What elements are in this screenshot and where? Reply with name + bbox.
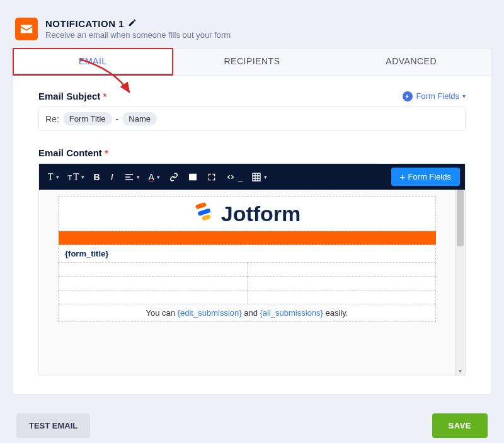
editor-scrollbar[interactable]: ▾ bbox=[455, 190, 465, 376]
envelope-icon bbox=[15, 18, 38, 40]
header-subtitle: Receive an email when someone fills out … bbox=[45, 30, 231, 40]
tab-email[interactable]: EMAIL bbox=[13, 49, 173, 75]
settings-tabs: EMAIL RECIPIENTS ADVANCED bbox=[13, 48, 491, 76]
svg-rect-2 bbox=[202, 214, 211, 221]
jotform-logo-text: Jotform bbox=[221, 202, 301, 226]
subject-pill-form-title[interactable]: Form Title bbox=[63, 112, 112, 125]
image-button[interactable] bbox=[184, 169, 202, 185]
table-row bbox=[59, 263, 436, 277]
scrollbar-down-icon[interactable]: ▾ bbox=[455, 365, 465, 376]
content-label: Email Content * bbox=[38, 147, 466, 158]
table-row bbox=[59, 277, 436, 291]
divider-bar bbox=[59, 231, 436, 245]
tab-advanced[interactable]: ADVANCED bbox=[331, 49, 491, 75]
email-tab-panel: Email Subject * Form Fields ▾ Re: Form T… bbox=[13, 76, 491, 394]
subject-pill-name[interactable]: Name bbox=[122, 112, 157, 125]
add-form-fields-button[interactable]: +Form Fields bbox=[391, 168, 460, 186]
text-color-button[interactable]: A▾ bbox=[145, 169, 164, 185]
form-fields-dropdown[interactable]: Form Fields ▾ bbox=[403, 91, 466, 101]
svg-rect-0 bbox=[195, 202, 206, 210]
bold-button[interactable]: B bbox=[89, 169, 103, 185]
form-title-variable: {form_title} bbox=[59, 245, 436, 263]
tab-recipients[interactable]: RECIPIENTS bbox=[173, 49, 332, 75]
test-email-button[interactable]: TEST EMAIL bbox=[16, 413, 90, 438]
pencil-icon[interactable] bbox=[128, 18, 137, 29]
logo-cell: Jotform bbox=[59, 197, 436, 231]
link-button[interactable] bbox=[165, 169, 183, 185]
footer-text: You can {edit_submission} and {all_submi… bbox=[59, 304, 436, 322]
lightning-icon bbox=[403, 91, 413, 101]
table-button[interactable]: ▾ bbox=[248, 169, 271, 185]
align-button[interactable]: ▾ bbox=[120, 169, 144, 185]
editor-toolbar: T▾ TT▾ B I ▾ A▾ _ ▾ +Form Fields bbox=[39, 164, 465, 190]
header-title: NOTIFICATION 1 bbox=[45, 18, 124, 29]
email-content-editor: T▾ TT▾ B I ▾ A▾ _ ▾ +Form Fields bbox=[38, 163, 466, 376]
email-template-table: Jotform {form_title} You can {edit_submi… bbox=[58, 196, 436, 322]
jotform-logo-icon bbox=[193, 200, 215, 227]
italic-button[interactable]: I bbox=[105, 169, 119, 185]
settings-header: NOTIFICATION 1 Receive an email when som… bbox=[0, 0, 504, 48]
fullscreen-button[interactable] bbox=[203, 169, 220, 185]
font-size-button[interactable]: TT▾ bbox=[64, 168, 89, 185]
editor-content-area[interactable]: Jotform {form_title} You can {edit_submi… bbox=[39, 190, 455, 376]
font-family-button[interactable]: T▾ bbox=[44, 169, 63, 185]
email-subject-input[interactable]: Re: Form Title - Name bbox=[38, 106, 466, 131]
table-row bbox=[59, 291, 436, 304]
save-button[interactable]: SAVE bbox=[432, 413, 488, 438]
subject-label: Email Subject * bbox=[38, 91, 106, 101]
action-bar: TEST EMAIL SAVE bbox=[16, 413, 488, 438]
chevron-down-icon: ▾ bbox=[462, 93, 466, 100]
source-code-button[interactable]: _ bbox=[222, 169, 246, 185]
scrollbar-thumb[interactable] bbox=[457, 190, 464, 246]
